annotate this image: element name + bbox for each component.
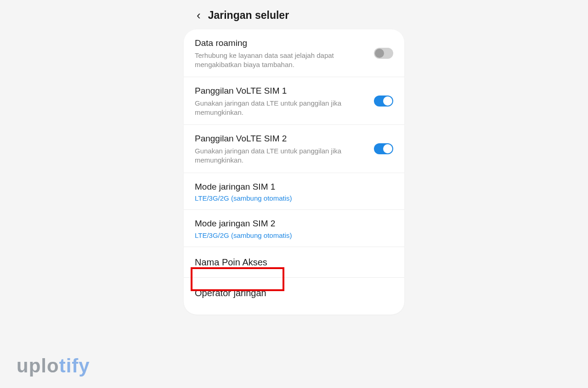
row-value: LTE/3G/2G (sambung otomatis) (195, 194, 393, 202)
row-desc: Gunakan jaringan data LTE untuk panggila… (195, 146, 393, 165)
row-value: LTE/3G/2G (sambung otomatis) (195, 231, 393, 239)
toggle-data-roaming[interactable] (374, 48, 393, 59)
watermark-part1: uplo (17, 355, 59, 377)
row-network-mode-sim1[interactable]: Mode jaringan SIM 1 LTE/3G/2G (sambung o… (184, 173, 404, 210)
row-apn[interactable]: Nama Poin Akses (184, 247, 404, 278)
row-title: Data roaming (195, 38, 393, 49)
row-title: Panggilan VoLTE SIM 1 (195, 85, 393, 97)
toggle-knob (383, 96, 392, 106)
row-title: Operator jaringan (195, 287, 393, 299)
settings-panel: Data roaming Terhubung ke layanan data s… (184, 29, 404, 315)
row-volte-sim1[interactable]: Panggilan VoLTE SIM 1 Gunakan jaringan d… (184, 77, 404, 125)
row-operator[interactable]: Operator jaringan (184, 278, 404, 308)
toggle-knob (375, 49, 384, 58)
watermark: uplotify (17, 355, 90, 377)
row-network-mode-sim2[interactable]: Mode jaringan SIM 2 LTE/3G/2G (sambung o… (184, 210, 404, 247)
row-title: Mode jaringan SIM 2 (195, 218, 393, 230)
toggle-knob (383, 144, 392, 153)
row-volte-sim2[interactable]: Panggilan VoLTE SIM 2 Gunakan jaringan d… (184, 125, 404, 173)
page-header: ‹ Jaringan seluler (197, 8, 289, 22)
toggle-volte-sim1[interactable] (374, 96, 393, 107)
row-desc: Gunakan jaringan data LTE untuk panggila… (195, 99, 393, 118)
back-icon[interactable]: ‹ (197, 8, 201, 22)
row-title: Nama Poin Akses (195, 256, 393, 268)
row-title: Mode jaringan SIM 1 (195, 181, 393, 193)
watermark-part2: tify (59, 355, 90, 377)
row-title: Panggilan VoLTE SIM 2 (195, 133, 393, 145)
page-title: Jaringan seluler (208, 9, 289, 22)
row-desc: Terhubung ke layanan data saat jelajah d… (195, 51, 393, 70)
toggle-volte-sim2[interactable] (374, 143, 393, 154)
row-data-roaming[interactable]: Data roaming Terhubung ke layanan data s… (184, 29, 404, 77)
